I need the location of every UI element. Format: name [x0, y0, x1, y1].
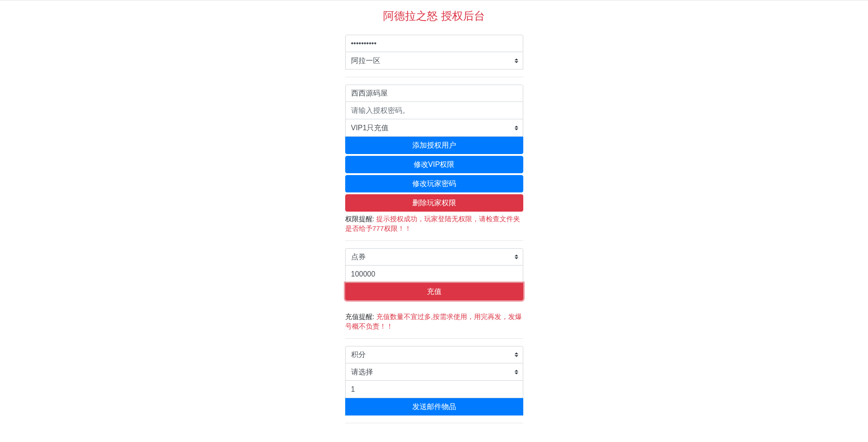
username-input[interactable]	[345, 85, 523, 102]
delete-permission-button[interactable]: 删除玩家权限	[345, 194, 523, 212]
modify-password-label: 修改玩家密码	[412, 180, 456, 188]
divider	[345, 338, 523, 339]
recharge-notice: 充值提醒: 充值数量不宜过多,按需求使用，用完再发，发爆号概不负责！！	[345, 312, 523, 331]
divider	[345, 77, 523, 77]
item-type-select[interactable]: 积分	[345, 346, 523, 363]
recharge-notice-label: 充值提醒:	[345, 313, 376, 320]
item-quantity-input[interactable]	[345, 381, 523, 398]
item-option-select[interactable]: 请选择	[345, 363, 523, 381]
main-container: 阿德拉之怒 授权后台 阿拉一区 VIP1只充值 添加授权用户 修改VIP权限 修…	[345, 0, 523, 423]
region-select[interactable]: 阿拉一区	[345, 52, 523, 69]
user-permission-section: VIP1只充值 添加授权用户 修改VIP权限 修改玩家密码 删除玩家权限 权限提…	[345, 85, 523, 233]
modify-password-button[interactable]: 修改玩家密码	[345, 175, 523, 192]
auth-section: 阿拉一区	[345, 35, 523, 69]
modify-vip-button[interactable]: 修改VIP权限	[345, 156, 523, 173]
mail-item-section: 积分 请选择 发送邮件物品	[345, 346, 523, 415]
add-auth-user-button[interactable]: 添加授权用户	[345, 137, 523, 154]
divider	[345, 240, 523, 241]
recharge-amount-input[interactable]	[345, 266, 523, 283]
permission-notice: 权限提醒: 提示授权成功，玩家登陆无权限，请检查文件夹是否给予777权限！！	[345, 214, 523, 233]
vip-level-select[interactable]: VIP1只充值	[345, 119, 523, 137]
currency-type-select[interactable]: 点券	[345, 248, 523, 266]
recharge-section: 点券 充值	[345, 248, 523, 300]
page-title: 阿德拉之怒 授权后台	[345, 9, 523, 23]
recharge-button[interactable]: 充值	[345, 283, 523, 300]
divider	[345, 423, 523, 423]
send-mail-item-button[interactable]: 发送邮件物品	[345, 398, 523, 415]
permission-notice-label: 权限提醒:	[345, 215, 376, 223]
auth-password-input[interactable]	[345, 102, 523, 119]
password-input[interactable]	[345, 35, 523, 52]
